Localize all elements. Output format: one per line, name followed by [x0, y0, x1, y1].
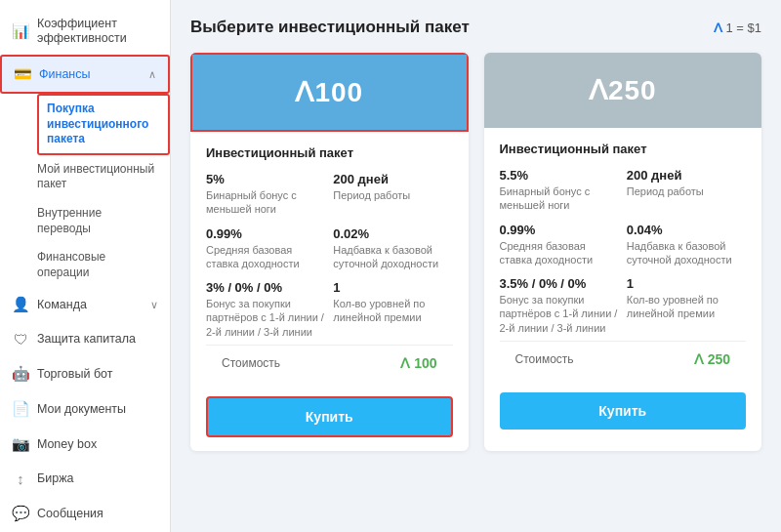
investment-card-250: ᐱ250 Инвестиционный пакет 5.5% Бинарный … — [484, 53, 762, 451]
main-content: Выберите инвестиционный пакет ᐱ 1 = $1 ᐱ… — [171, 0, 781, 532]
sidebar-subitem-buy-package[interactable]: Покупка инвестиционного пакета — [37, 94, 170, 155]
financial-ops-label: Финансовые операции — [37, 250, 105, 279]
card-250-value-base-rate: 0.99% — [500, 223, 619, 237]
card-100-row-2: 0.99% Средняя базовая ставка доходности … — [206, 226, 453, 271]
sidebar-label-moneybox: Money box — [37, 437, 158, 452]
sidebar-item-moneybox[interactable]: 📷 Money box — [0, 427, 170, 462]
card-250-row-2: 0.99% Средняя базовая ставка доходности … — [500, 223, 747, 267]
card-100-desc-period: Период работы — [333, 188, 452, 202]
rate-badge: ᐱ 1 = $1 — [714, 20, 761, 35]
card-250-value-binary: 5.5% — [500, 168, 619, 183]
card-250-row-1: 5.5% Бинарный бонус с меньшей ноги 200 д… — [500, 168, 747, 213]
card-250-footer-label: Стоимость — [515, 352, 574, 366]
card-100-cell-1-right: 200 дней Период работы — [333, 172, 452, 217]
card-100-cell-3-left: 3% / 0% / 0% Бонус за покупки партнёров … — [206, 280, 325, 339]
card-100-row-1: 5% Бинарный бонус с меньшей ноги 200 дне… — [206, 172, 453, 217]
sidebar-label-docs: Мои документы — [37, 402, 158, 417]
card-250-header: ᐱ250 — [484, 53, 762, 128]
card-250-footer-price: ᐱ 250 — [694, 351, 730, 367]
card-100-desc-addon: Надбавка к базовой суточной доходности — [333, 243, 452, 271]
card-250-cell-3-right: 1 Кол-во уровней по линейной премии — [627, 276, 746, 335]
finance-arrow: ∧ — [148, 68, 156, 81]
card-100-value-period: 200 дней — [333, 172, 452, 186]
sidebar-item-exchange[interactable]: ↕ Биржа — [0, 462, 170, 496]
card-250-cell-2-right: 0.04% Надбавка к базовой суточной доходн… — [627, 223, 746, 267]
buy-package-label: Покупка инвестиционного пакета — [47, 102, 148, 145]
sidebar-label-finance: Финансы — [39, 67, 141, 82]
card-100-rows: 5% Бинарный бонус с меньшей ноги 200 дне… — [206, 172, 453, 339]
sidebar-label-team: Команда — [37, 298, 143, 312]
card-100-desc-base-rate: Средняя базовая ставка доходности — [206, 243, 325, 271]
sidebar-subitem-my-package[interactable]: Мой инвестиционный пакет — [37, 155, 170, 199]
card-250-desc-binary: Бинарный бонус с меньшей ноги — [500, 184, 619, 213]
card-250-subtitle: Инвестиционный пакет — [500, 142, 747, 156]
card-100-header: ᐱ100 — [190, 53, 469, 132]
rate-icon: ᐱ — [714, 20, 722, 35]
sidebar-item-messages[interactable]: 💬 Сообщения — [0, 496, 170, 531]
card-250-footer: Стоимость ᐱ 250 — [500, 341, 747, 367]
sidebar-label-bot: Торговый бот — [37, 367, 158, 382]
sidebar-item-team[interactable]: 👤 Команда ∨ — [0, 287, 170, 322]
card-250-value-period: 200 дней — [627, 168, 746, 183]
sidebar-subitem-internal-transfers[interactable]: Внутренние переводы — [37, 199, 170, 243]
card-100-value-base-rate: 0.99% — [206, 226, 325, 241]
card-250-desc-addon: Надбавка к базовой суточной доходности — [627, 239, 746, 267]
moneybox-icon: 📷 — [12, 435, 29, 453]
card-100-cell-2-left: 0.99% Средняя базовая ставка доходности — [206, 226, 325, 271]
sidebar-item-docs[interactable]: 📄 Мои документы — [0, 391, 170, 427]
card-100-footer-price: ᐱ 100 — [400, 355, 436, 371]
card-250-rows: 5.5% Бинарный бонус с меньшей ноги 200 д… — [500, 168, 747, 335]
card-100-body: Инвестиционный пакет 5% Бинарный бонус с… — [190, 132, 469, 385]
protection-icon: 🛡 — [12, 331, 29, 348]
card-250-value-bonus: 3.5% / 0% / 0% — [500, 276, 619, 291]
team-icon: 👤 — [12, 296, 29, 313]
page-header: Выберите инвестиционный пакет ᐱ 1 = $1 — [190, 18, 761, 37]
messages-icon: 💬 — [12, 505, 29, 522]
card-100-value-bonus: 3% / 0% / 0% — [206, 280, 325, 295]
card-100-value-binary: 5% — [206, 172, 325, 186]
card-250-desc-bonus: Бонус за покупки партнёров с 1-й линии /… — [500, 293, 619, 335]
card-250-cell-1-right: 200 дней Период работы — [627, 168, 746, 213]
sidebar-subitem-financial-ops[interactable]: Финансовые операции — [37, 243, 170, 287]
card-100-amount: ᐱ100 — [295, 77, 363, 107]
internal-transfers-label: Внутренние переводы — [37, 206, 102, 235]
card-250-cell-1-left: 5.5% Бинарный бонус с меньшей ноги — [500, 168, 619, 213]
efficiency-icon: 📊 — [12, 22, 29, 40]
card-100-value-levels: 1 — [333, 280, 452, 295]
finance-icon: 💳 — [14, 65, 31, 83]
card-100-cell-3-right: 1 Кол-во уровней по линейной премии — [333, 280, 452, 339]
bot-icon: 🤖 — [12, 365, 29, 383]
page-title: Выберите инвестиционный пакет — [190, 18, 470, 37]
sidebar-label-exchange: Биржа — [37, 471, 158, 486]
exchange-icon: ↕ — [12, 471, 29, 487]
card-100-footer: Стоимость ᐱ 100 — [206, 345, 453, 371]
card-250-desc-levels: Кол-во уровней по линейной премии — [627, 293, 746, 321]
buy-button-100[interactable]: Купить — [206, 396, 453, 437]
buy-button-250[interactable]: Купить — [500, 392, 747, 430]
docs-icon: 📄 — [12, 400, 29, 418]
investment-card-100: ᐱ100 Инвестиционный пакет 5% Бинарный бо… — [190, 53, 469, 451]
investment-cards: ᐱ100 Инвестиционный пакет 5% Бинарный бо… — [190, 53, 761, 451]
card-250-value-levels: 1 — [627, 276, 746, 291]
sidebar-item-protection[interactable]: 🛡 Защита капитала — [0, 322, 170, 356]
card-100-row-3: 3% / 0% / 0% Бонус за покупки партнёров … — [206, 280, 453, 339]
card-250-desc-period: Период работы — [627, 184, 746, 198]
card-100-value-addon: 0.02% — [333, 226, 452, 241]
card-250-row-3: 3.5% / 0% / 0% Бонус за покупки партнёро… — [500, 276, 747, 335]
card-250-desc-base-rate: Средняя базовая ставка доходности — [500, 239, 619, 267]
sidebar-label-messages: Сообщения — [37, 507, 158, 521]
card-100-desc-binary: Бинарный бонус с меньшей ноги — [206, 188, 325, 217]
card-250-cell-3-left: 3.5% / 0% / 0% Бонус за покупки партнёро… — [500, 276, 619, 335]
card-100-footer-label: Стоимость — [222, 356, 280, 370]
sidebar-item-finance[interactable]: 💳 Финансы ∧ — [0, 55, 170, 94]
sidebar-label-efficiency: Коэффициент эффективности — [37, 17, 158, 46]
sidebar: 📊 Коэффициент эффективности 💳 Финансы ∧ … — [0, 0, 171, 532]
card-250-cell-2-left: 0.99% Средняя базовая ставка доходности — [500, 223, 619, 267]
card-250-amount: ᐱ250 — [589, 75, 657, 105]
card-100-desc-levels: Кол-во уровней по линейной премии — [333, 297, 452, 325]
card-250-body: Инвестиционный пакет 5.5% Бинарный бонус… — [484, 128, 762, 381]
card-100-subtitle: Инвестиционный пакет — [206, 145, 453, 160]
sidebar-item-efficiency[interactable]: 📊 Коэффициент эффективности — [0, 8, 170, 55]
sidebar-item-bot[interactable]: 🤖 Торговый бот — [0, 356, 170, 391]
card-100-desc-bonus: Бонус за покупки партнёров с 1-й линии /… — [206, 297, 325, 339]
